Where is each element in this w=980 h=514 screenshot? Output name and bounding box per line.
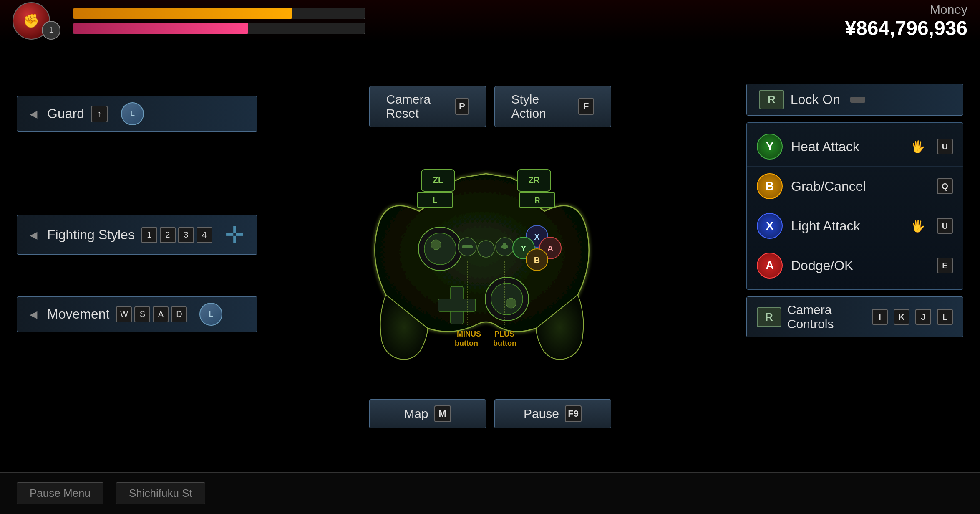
health-bars (73, 8, 365, 34)
right-panels: R Lock On Y Heat Attack 🖐 U B Grab/Cance… (746, 84, 963, 337)
fighting-styles-nums: 1 2 3 4 (141, 227, 212, 243)
svg-point-14 (491, 283, 523, 315)
style-num-4: 4 (197, 227, 212, 243)
svg-text:L: L (433, 196, 437, 205)
controller-svg: ZL ZR L R (344, 119, 636, 391)
dodge-ok-row: A Dodge/OK E (747, 246, 963, 285)
style-action-btn: Style Action F (494, 86, 611, 127)
svg-rect-12 (438, 299, 476, 311)
move-key-w: W (116, 306, 132, 322)
grab-cancel-row: B Grab/Cancel Q (747, 167, 963, 206)
left-arrow-icon: ◀ (30, 108, 37, 120)
movement-panel: ◀ Movement W S A D L (17, 296, 257, 332)
health-bar-inner (73, 8, 292, 19)
dodge-ok-label: Dodge/OK (791, 258, 925, 273)
light-attack-row: X Light Attack 🖐 U (747, 206, 963, 246)
cam-key-i: I (872, 309, 888, 325)
b-button: B (757, 173, 783, 199)
guard-panel: ◀ Guard ↑ L (17, 96, 257, 132)
map-key: M (434, 405, 451, 422)
lock-on-panel: R Lock On (746, 84, 963, 116)
svg-text:A: A (547, 244, 553, 253)
heat-attack-label: Heat Attack (791, 139, 901, 154)
svg-point-15 (506, 298, 516, 308)
button-map-panel: Y Heat Attack 🖐 U B Grab/Cancel Q X Ligh… (746, 122, 963, 290)
y-button: Y (757, 134, 783, 160)
style-num-1: 1 (141, 227, 157, 243)
move-key-d: D (171, 306, 187, 322)
camera-reset-label: Camera Reset (386, 92, 450, 121)
svg-text:ZR: ZR (528, 175, 539, 185)
cam-key-l: L (937, 309, 953, 325)
health-bar (73, 8, 365, 19)
light-attack-key: U (937, 218, 953, 234)
money-label: Money (845, 3, 967, 17)
cam-key-k: K (894, 309, 909, 325)
svg-text:X: X (534, 232, 540, 241)
movement-stick-icon: L (199, 303, 222, 326)
movement-keys: W S A D (116, 306, 187, 322)
movement-label: Movement (47, 306, 109, 322)
svg-point-10 (431, 240, 441, 250)
svg-text:B: B (534, 256, 539, 265)
hand-icon-light: 🖐 (911, 219, 925, 233)
lock-on-r-badge: R (759, 90, 784, 109)
svg-point-9 (424, 233, 456, 265)
map-btn: Map M (369, 399, 486, 428)
svg-text:Y: Y (521, 244, 527, 253)
style-action-key: F (578, 98, 594, 115)
camera-keys: I K J L (869, 309, 953, 325)
svg-text:MINUS: MINUS (457, 330, 481, 338)
guard-key-badge: ↑ (91, 106, 108, 122)
svg-text:button: button (455, 339, 478, 347)
pause-btn: Pause F9 (494, 399, 611, 428)
heat-attack-key: U (937, 139, 953, 154)
left-panels: ◀ Guard ↑ L ◀ Fighting Styles 1 2 3 4 ✛ … (17, 96, 257, 332)
hand-icon-heat: 🖐 (911, 140, 925, 154)
status-item-1: Pause Menu (17, 482, 103, 504)
style-action-label: Style Action (511, 92, 572, 121)
svg-text:button: button (493, 339, 516, 347)
money-value: ¥864,796,936 (845, 17, 967, 40)
light-attack-label: Light Attack (791, 218, 901, 234)
top-bar: ✊ 1 Money ¥864,796,936 (0, 0, 980, 42)
level-badge: 1 (42, 21, 60, 40)
svg-rect-20 (503, 243, 506, 249)
controller-wrapper: Camera Reset P Style Action F (302, 86, 678, 428)
bottom-buttons: Map M Pause F9 (369, 399, 611, 428)
fighting-styles-label: Fighting Styles (47, 227, 135, 243)
movement-stick-label: L (209, 310, 213, 319)
bottom-bar: Pause Menu Shichifuku St (0, 472, 980, 514)
guard-label: Guard (47, 106, 84, 122)
pause-label: Pause (524, 407, 559, 421)
top-buttons: Camera Reset P Style Action F (369, 86, 611, 127)
style-num-3: 3 (178, 227, 194, 243)
heat-bar (73, 23, 365, 34)
guard-stick-label: L (130, 109, 135, 118)
status-item-2: Shichifuku St (116, 482, 205, 504)
heat-bar-inner (73, 23, 248, 34)
left-arrow3-icon: ◀ (30, 309, 37, 320)
camera-controls-panel: R Camera Controls I K J L (746, 296, 963, 337)
map-label: Map (404, 407, 428, 421)
camera-r-badge: R (757, 307, 781, 327)
move-key-s: S (134, 306, 150, 322)
svg-text:ZL: ZL (433, 175, 443, 185)
grab-cancel-key: Q (937, 178, 953, 194)
svg-text:PLUS: PLUS (494, 330, 514, 338)
grab-cancel-label: Grab/Cancel (791, 179, 925, 194)
a-button: A (757, 253, 783, 279)
camera-reset-key: P (455, 98, 469, 115)
svg-rect-17 (462, 245, 473, 248)
x-button: X (757, 213, 783, 239)
camera-controls-label: Camera Controls (787, 303, 859, 331)
guard-stick-icon: L (121, 102, 144, 125)
left-arrow2-icon: ◀ (30, 229, 37, 241)
cam-key-j: J (915, 309, 931, 325)
money-area: Money ¥864,796,936 (845, 3, 967, 40)
move-key-a: A (153, 306, 169, 322)
svg-text:R: R (534, 196, 540, 205)
svg-point-29 (478, 241, 494, 257)
avatar-area: ✊ 1 (13, 2, 365, 40)
style-num-2: 2 (160, 227, 176, 243)
